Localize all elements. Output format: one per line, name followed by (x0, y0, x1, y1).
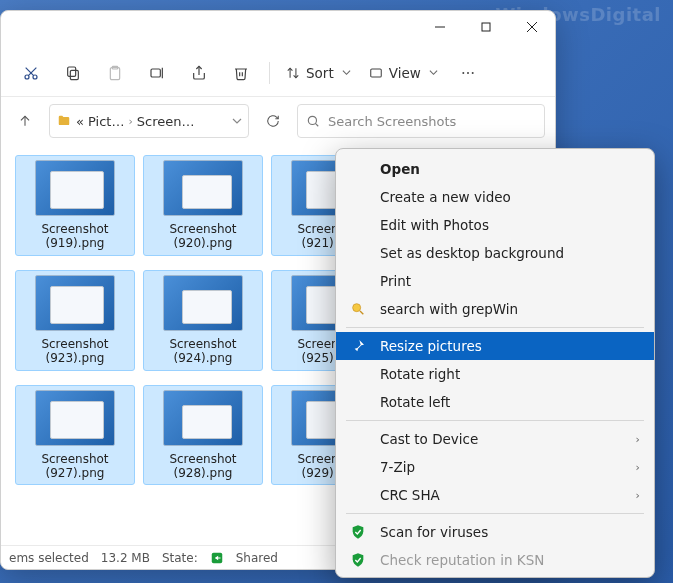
chevron-right-icon: › (636, 489, 640, 502)
share-button[interactable] (179, 55, 219, 91)
close-button[interactable] (509, 11, 555, 43)
svg-line-23 (315, 123, 318, 126)
menu-separator (346, 513, 644, 514)
menu-item-label: Set as desktop background (374, 245, 640, 261)
breadcrumb-seg2[interactable]: Screen… (137, 114, 195, 129)
menu-item[interactable]: Cast to Device› (336, 425, 654, 453)
file-label: Screenshot (923).png (20, 337, 130, 366)
view-label: View (389, 65, 421, 81)
svg-point-22 (308, 116, 316, 124)
file-thumbnail (35, 390, 115, 446)
file-thumbnail (163, 275, 243, 331)
file-item[interactable]: Screenshot (919).png (15, 155, 135, 256)
status-state-value: Shared (236, 551, 278, 565)
svg-line-26 (360, 311, 363, 314)
rename-button[interactable] (137, 55, 177, 91)
menu-item-label: Check reputation in KSN (374, 552, 640, 568)
menu-item[interactable]: 7-Zip› (336, 453, 654, 481)
search-icon (306, 114, 320, 128)
blank-icon (350, 430, 374, 448)
breadcrumb-sep: « (76, 114, 84, 129)
menu-item[interactable]: CRC SHA› (336, 481, 654, 509)
file-label: Screenshot (919).png (20, 222, 130, 251)
cut-button[interactable] (11, 55, 51, 91)
copy-button[interactable] (53, 55, 93, 91)
file-item[interactable]: Screenshot (920).png (143, 155, 263, 256)
svg-rect-9 (68, 67, 76, 76)
paste-button[interactable] (95, 55, 135, 91)
breadcrumb-seg1[interactable]: Pict… (88, 114, 124, 129)
status-size: 13.2 MB (101, 551, 150, 565)
menu-item[interactable]: Open (336, 155, 654, 183)
menu-item-label: 7-Zip (374, 459, 636, 475)
chevron-down-icon (342, 68, 351, 77)
breadcrumb[interactable]: « Pict… › Screen… (49, 104, 249, 138)
menu-item-label: Rotate right (374, 366, 640, 382)
menu-item-label: search with grepWin (374, 301, 640, 317)
blank-icon (350, 458, 374, 476)
menu-item-label: Cast to Device (374, 431, 636, 447)
titlebar (1, 11, 555, 49)
menu-item-label: Open (374, 161, 640, 177)
svg-rect-1 (482, 23, 490, 31)
file-item[interactable]: Screenshot (923).png (15, 270, 135, 371)
maximize-button[interactable] (463, 11, 509, 43)
shield-green-icon (350, 523, 374, 541)
chevron-right-icon: › (636, 461, 640, 474)
svg-rect-12 (151, 69, 160, 77)
chevron-right-icon: › (636, 433, 640, 446)
search-input[interactable] (328, 114, 536, 129)
svg-point-20 (471, 72, 473, 74)
file-item[interactable]: Screenshot (924).png (143, 270, 263, 371)
minimize-button[interactable] (417, 11, 463, 43)
menu-item-label: Print (374, 273, 640, 289)
menu-item[interactable]: Edit with Photos (336, 211, 654, 239)
file-item[interactable]: Screenshot (928).png (143, 385, 263, 486)
file-label: Screenshot (928).png (148, 452, 258, 481)
breadcrumb-dropdown[interactable] (232, 116, 242, 126)
shield-green-icon (350, 551, 374, 569)
delete-button[interactable] (221, 55, 261, 91)
sort-dropdown[interactable]: Sort (278, 55, 359, 91)
blank-icon (350, 244, 374, 262)
file-thumbnail (35, 160, 115, 216)
file-item[interactable]: Screenshot (927).png (15, 385, 135, 486)
menu-item[interactable]: Print (336, 267, 654, 295)
menu-separator (346, 327, 644, 328)
file-label: Screenshot (924).png (148, 337, 258, 366)
menu-item-label: Create a new video (374, 189, 640, 205)
menu-item[interactable]: Scan for viruses (336, 518, 654, 546)
search-box[interactable] (297, 104, 545, 138)
menu-item[interactable]: Create a new video (336, 183, 654, 211)
refresh-button[interactable] (259, 107, 287, 135)
menu-item[interactable]: search with grepWin (336, 295, 654, 323)
menu-item-label: Edit with Photos (374, 217, 640, 233)
svg-rect-17 (370, 68, 381, 76)
blank-icon (350, 393, 374, 411)
svg-point-25 (353, 304, 361, 312)
shared-icon (210, 551, 224, 565)
file-label: Screenshot (927).png (20, 452, 130, 481)
svg-point-18 (462, 72, 464, 74)
command-bar: Sort View (1, 49, 555, 97)
sort-label: Sort (306, 65, 334, 81)
pin-blue-icon (350, 337, 374, 355)
menu-item: Check reputation in KSN (336, 546, 654, 574)
menu-item[interactable]: Rotate left (336, 388, 654, 416)
menu-item-label: CRC SHA (374, 487, 636, 503)
menu-item[interactable]: Resize pictures (336, 332, 654, 360)
file-thumbnail (35, 275, 115, 331)
up-button[interactable] (11, 107, 39, 135)
address-bar-row: « Pict… › Screen… (1, 97, 555, 145)
context-menu[interactable]: OpenCreate a new videoEdit with PhotosSe… (335, 148, 655, 578)
menu-item[interactable]: Rotate right (336, 360, 654, 388)
menu-item-label: Resize pictures (374, 338, 640, 354)
file-thumbnail (163, 390, 243, 446)
chevron-right-icon: › (128, 115, 132, 128)
file-thumbnail (163, 160, 243, 216)
menu-item[interactable]: Set as desktop background (336, 239, 654, 267)
view-dropdown[interactable]: View (361, 55, 446, 91)
more-button[interactable] (448, 55, 488, 91)
blank-icon (350, 365, 374, 383)
blank-icon (350, 486, 374, 504)
